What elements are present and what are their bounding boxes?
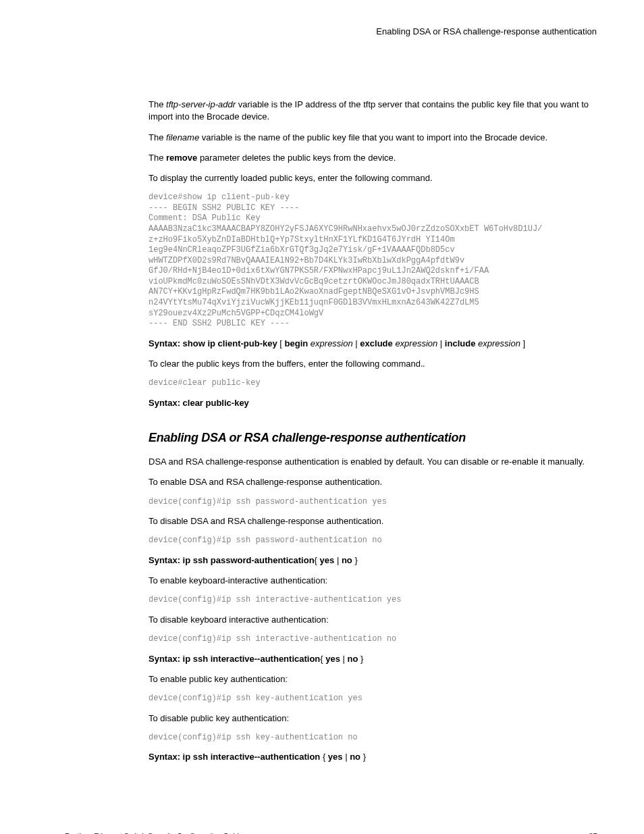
syntax-pw-auth: Syntax: ip ssh password-authentication{ … <box>64 554 597 567</box>
text: { <box>315 555 320 565</box>
text: To clear the public keys from the buffer… <box>149 359 423 369</box>
text: parameter deletes the public keys from t… <box>197 153 396 163</box>
paragraph-display: To display the currently loaded public k… <box>64 172 597 184</box>
text: } <box>360 752 366 762</box>
text: The <box>149 132 166 142</box>
paragraph-enable-pubkey: To enable public key authentication: <box>64 673 597 685</box>
text: yes <box>328 752 343 762</box>
text: } <box>352 555 358 565</box>
variable-name: tftp-server-ip-addr <box>166 99 236 109</box>
paragraph-disable-dsa: To disable DSA and RSA challenge-respons… <box>64 515 597 527</box>
text: . <box>423 359 426 369</box>
doc-title: FastIron Ethernet Switch Security Config… <box>64 831 242 834</box>
text: | <box>343 752 350 762</box>
text: Syntax: ip ssh interactive--authenticati… <box>149 654 320 664</box>
paragraph-intro: DSA and RSA challenge-response authentic… <box>64 456 597 468</box>
param-name: remove <box>166 153 197 163</box>
text: no <box>342 555 352 565</box>
text: variable is the name of the public key f… <box>199 132 547 142</box>
paragraph-enable-kbd: To enable keyboard-interactive authentic… <box>64 575 597 587</box>
text: expression <box>311 338 353 348</box>
text: expression <box>478 338 520 348</box>
page-number: 87 <box>589 831 597 834</box>
text: The <box>149 99 166 109</box>
code-block-int-yes: device(config)#ip ssh interactive-authen… <box>64 595 597 606</box>
variable-name: filename <box>166 132 199 142</box>
code-block-key-no: device(config)#ip ssh key-authentication… <box>64 733 597 744</box>
text: The <box>149 153 166 163</box>
text: no <box>348 654 358 664</box>
text: | <box>353 338 360 348</box>
paragraph-filename: The filename variable is the name of the… <box>64 132 597 144</box>
text: Syntax: ip ssh interactive--authenticati… <box>149 752 323 762</box>
text: | <box>340 654 348 664</box>
syntax-show-key: Syntax: show ip client-pub-key [ begin e… <box>64 338 597 350</box>
paragraph-remove: The remove parameter deletes the public … <box>64 152 597 164</box>
code-block-pw-yes: device(config)#ip ssh password-authentic… <box>64 497 597 508</box>
text: yes <box>325 654 340 664</box>
text: Syntax: ip ssh password-authentication <box>149 555 315 565</box>
text: Syntax: show ip client-pub-key <box>149 338 277 348</box>
paragraph-tftp: The tftp-server-ip-addr variable is the … <box>64 99 597 123</box>
text: { <box>323 752 328 762</box>
page-footer: FastIron Ethernet Switch Security Config… <box>64 831 597 834</box>
syntax-int-auth-2: Syntax: ip ssh interactive--authenticati… <box>64 751 597 763</box>
code-block-int-no: device(config)#ip ssh interactive-authen… <box>64 634 597 645</box>
text: no <box>350 752 360 762</box>
text: | <box>437 338 445 348</box>
text: exclude <box>360 338 392 348</box>
text: yes <box>320 555 335 565</box>
section-heading: Enabling DSA or RSA challenge-response a… <box>149 429 597 446</box>
code-block-clear: device#clear public-key <box>64 378 597 389</box>
syntax-clear: Syntax: clear public-key <box>64 397 597 409</box>
text: [ <box>277 338 285 348</box>
text: begin <box>285 338 308 348</box>
text: } <box>358 654 363 664</box>
code-block-show-key: device#show ip client-pub-key ---- BEGIN… <box>64 192 597 330</box>
text: ] <box>520 338 525 348</box>
code-block-pw-no: device(config)#ip ssh password-authentic… <box>64 536 597 546</box>
text: | <box>334 555 342 565</box>
page-header-title: Enabling DSA or RSA challenge-response a… <box>64 26 597 38</box>
code-block-key-yes: device(config)#ip ssh key-authentication… <box>64 694 597 704</box>
paragraph-clear: To clear the public keys from the buffer… <box>64 358 597 370</box>
paragraph-enable-dsa: To enable DSA and RSA challenge-response… <box>64 476 597 488</box>
text: include <box>445 338 476 348</box>
footer-doc-info: FastIron Ethernet Switch Security Config… <box>64 831 242 834</box>
text: expression <box>395 338 437 348</box>
paragraph-disable-pubkey: To disable public key authentication: <box>64 712 597 725</box>
syntax-int-auth: Syntax: ip ssh interactive--authenticati… <box>64 653 597 665</box>
paragraph-disable-kbd: To disable keyboard interactive authenti… <box>64 614 597 626</box>
